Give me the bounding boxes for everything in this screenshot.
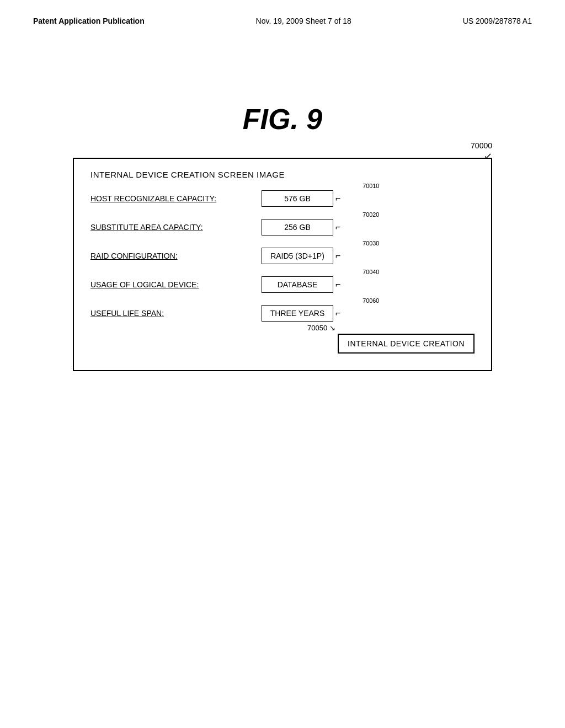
diagram-container: 70000 ↙ INTERNAL DEVICE CREATION SCREEN … [0, 158, 565, 371]
form-field-wrapper-4: THREE YEARS⌐70060 [262, 305, 340, 322]
form-field-wrapper-0: 576 GB⌐70010 [262, 190, 340, 207]
form-field-wrapper-3: DATABASE⌐70040 [262, 276, 340, 293]
ref-70030: 70030 [363, 240, 379, 250]
header-center: Nov. 19, 2009 Sheet 7 of 18 [256, 17, 351, 25]
screen-title: INTERNAL DEVICE CREATION SCREEN IMAGE [90, 170, 475, 179]
form-field-wrapper-2: RAID5 (3D+1P)⌐70030 [262, 248, 340, 264]
ref-70010: 70010 [363, 183, 379, 192]
internal-device-creation-button[interactable]: INTERNAL DEVICE CREATION [338, 334, 475, 354]
page-header: Patent Application Publication Nov. 19, … [0, 0, 565, 36]
form-field-wrapper-1: 256 GB⌐70020 [262, 219, 340, 235]
ref-70020: 70020 [363, 211, 379, 221]
button-ref-wrapper: 70050 ↘ INTERNAL DEVICE CREATION [338, 334, 475, 354]
header-right: US 2009/287878 A1 [463, 17, 532, 25]
header-left: Patent Application Publication [33, 17, 145, 25]
form-label-0: HOST RECOGNIZABLE CAPACITY: [90, 194, 262, 203]
figure-title: FIG. 9 [243, 103, 322, 135]
form-label-1: SUBSTITUTE AREA CAPACITY: [90, 223, 262, 232]
form-field-value-2: RAID5 (3D+1P) [262, 248, 333, 264]
bracket-1: ⌐ [335, 223, 340, 232]
button-row: 70050 ↘ INTERNAL DEVICE CREATION [90, 334, 475, 354]
form-label-3: USAGE OF LOGICAL DEVICE: [90, 280, 262, 289]
form-row-0: HOST RECOGNIZABLE CAPACITY:576 GB⌐70010 [90, 190, 475, 207]
form-row-4: USEFUL LIFE SPAN:THREE YEARS⌐70060 [90, 305, 475, 322]
ref-70060: 70060 [363, 297, 379, 307]
form-row-1: SUBSTITUTE AREA CAPACITY:256 GB⌐70020 [90, 219, 475, 235]
ref-70050: 70050 ↘ [307, 324, 335, 332]
bracket-0: ⌐ [335, 194, 340, 203]
form-row-2: RAID CONFIGURATION:RAID5 (3D+1P)⌐70030 [90, 248, 475, 264]
form-label-4: USEFUL LIFE SPAN: [90, 309, 262, 318]
form-label-2: RAID CONFIGURATION: [90, 251, 262, 260]
diagram-wrapper: 70000 ↙ INTERNAL DEVICE CREATION SCREEN … [73, 158, 492, 371]
bracket-4: ⌐ [335, 309, 340, 318]
form-field-value-3: DATABASE [262, 276, 333, 293]
figure-title-container: FIG. 9 [0, 103, 565, 136]
form-row-3: USAGE OF LOGICAL DEVICE:DATABASE⌐70040 [90, 276, 475, 293]
form-field-value-1: 256 GB [262, 219, 333, 235]
ref-70040: 70040 [363, 269, 379, 279]
form-field-value-4: THREE YEARS [262, 305, 333, 322]
screen-box: INTERNAL DEVICE CREATION SCREEN IMAGE HO… [73, 158, 492, 371]
bracket-2: ⌐ [335, 251, 340, 260]
bracket-3: ⌐ [335, 280, 340, 289]
form-field-value-0: 576 GB [262, 190, 333, 207]
